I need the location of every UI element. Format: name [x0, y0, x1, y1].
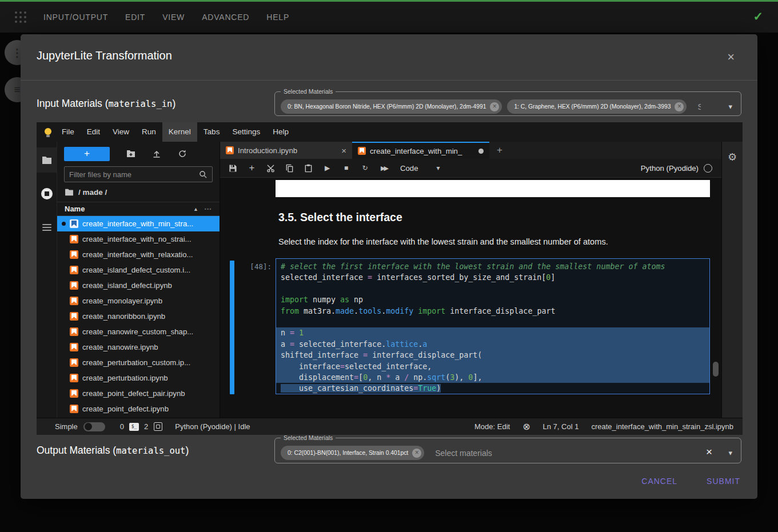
left-sidebar-rail — [37, 142, 57, 418]
file-row[interactable]: create_interface_with_relaxatio... — [57, 247, 220, 262]
restart-kernel-button[interactable]: ↻ — [356, 159, 374, 178]
menu-view[interactable]: VIEW — [161, 10, 186, 24]
jupyter-status-bar: Simple 0 $_ 2 Python (Pyodide) | Idle Mo… — [37, 418, 743, 435]
previous-cell-output — [276, 180, 710, 197]
unsaved-changes-dot — [478, 149, 484, 154]
menu-input-output[interactable]: INPUT/OUTPUT — [42, 10, 109, 24]
upload-icon[interactable] — [152, 149, 161, 158]
cells-scroll-area[interactable]: 3.5. Select the interface Select the ind… — [220, 178, 721, 418]
clear-selection-icon[interactable]: × — [706, 446, 712, 458]
file-row[interactable]: create_perturbation.ipynb — [57, 370, 220, 386]
tab-create-interface[interactable]: create_interface_with_min_ — [352, 142, 489, 159]
file-name: create_point_defect_pair.ipynb — [82, 389, 185, 398]
filter-files-input[interactable] — [69, 170, 199, 179]
file-row[interactable]: create_point_defect_pair.ipynb — [57, 386, 220, 401]
file-name: create_perturbation_custom.ip... — [82, 358, 190, 367]
kernel-status-text[interactable]: Python (Pyodide) | Idle — [175, 422, 250, 431]
notebook-file-icon — [70, 327, 78, 336]
tab-close-icon[interactable]: × — [341, 146, 346, 155]
breadcrumb[interactable]: / made / — [57, 182, 220, 202]
code-editor[interactable]: # select the first interface with the lo… — [276, 258, 710, 394]
cell-type-select[interactable]: Code — [400, 164, 418, 173]
app-grid-icon[interactable] — [15, 11, 26, 23]
column-menu-icon[interactable]: ⋯ — [204, 205, 212, 213]
dropdown-caret-icon[interactable]: ▾ — [728, 102, 732, 111]
chip-remove-icon[interactable]: × — [490, 102, 499, 111]
select-materials-placeholder[interactable]: Select materials — [435, 449, 492, 458]
cell-type-caret-icon[interactable]: ▾ — [437, 164, 440, 172]
paste-cells-button[interactable] — [299, 159, 318, 178]
jmenu-settings[interactable]: Settings — [226, 122, 266, 142]
jmenu-view[interactable]: View — [106, 122, 135, 142]
add-cell-button[interactable]: + — [242, 159, 261, 178]
file-row[interactable]: create_nanowire_custom_shap... — [57, 324, 220, 339]
file-row[interactable]: create_interface_with_min_stra... — [57, 216, 220, 231]
file-row[interactable]: create_monolayer.ipynb — [57, 293, 220, 309]
simple-mode-toggle[interactable] — [83, 422, 105, 431]
file-row[interactable]: create_nanowire.ipynb — [57, 339, 220, 355]
trust-shield-icon[interactable]: ⊗ — [522, 421, 530, 432]
kernel-name[interactable]: Python (Pyodide) — [641, 164, 699, 173]
jmenu-file[interactable]: File — [55, 122, 81, 142]
right-sidebar-rail: ⚙ — [721, 142, 743, 418]
material-chip-0[interactable]: 0: BN, Hexagonal Boron Nitride, HEX (P6/… — [281, 99, 502, 114]
notebook-file-icon — [70, 281, 78, 290]
jmenu-run[interactable]: Run — [135, 122, 162, 142]
new-folder-icon[interactable] — [126, 149, 135, 158]
file-row[interactable]: create_perturbation_custom.ip... — [57, 355, 220, 370]
chip-remove-icon[interactable]: × — [412, 449, 421, 458]
dialog-close-icon[interactable]: × — [727, 51, 735, 63]
save-button[interactable] — [224, 159, 242, 178]
jmenu-tabs[interactable]: Tabs — [197, 122, 226, 142]
kernel-status-icon[interactable] — [704, 164, 712, 173]
breadcrumb-path: / made / — [78, 188, 107, 197]
cursor-position[interactable]: Ln 7, Col 1 — [543, 422, 579, 431]
notebook-scrollbar-thumb[interactable] — [713, 362, 719, 377]
menu-help[interactable]: HELP — [265, 10, 290, 24]
notebook-file-icon — [70, 389, 78, 398]
material-chip-1[interactable]: 1: C, Graphene, HEX (P6/mmm) 2D (Monolay… — [507, 99, 687, 114]
terminal-icon[interactable]: $_ — [129, 423, 139, 431]
breadcrumb-folder-icon — [65, 189, 74, 196]
kernel-chip-icon[interactable] — [154, 422, 162, 431]
file-row[interactable]: create_interface_with_no_strai... — [57, 231, 220, 247]
running-kernels-tab[interactable] — [37, 181, 57, 206]
output-material-chip-0[interactable]: 0: C2(001)-BN(001), Interface, Strain 0.… — [281, 446, 424, 460]
mode-indicator[interactable]: Mode: Edit — [474, 422, 510, 431]
saved-check-icon[interactable]: ✓ — [753, 10, 763, 23]
table-of-contents-tab[interactable] — [37, 215, 57, 240]
stop-circle-icon — [41, 188, 53, 199]
select-materials-placeholder[interactable]: Select materials — [697, 102, 701, 111]
run-cell-button[interactable]: ▶ — [318, 159, 337, 178]
menu-edit[interactable]: EDIT — [124, 10, 146, 24]
jmenu-kernel[interactable]: Kernel — [162, 122, 197, 142]
file-row[interactable]: create_nanoribbon.ipynb — [57, 309, 220, 324]
restart-run-all-button[interactable]: ▶▶ — [374, 159, 393, 178]
file-browser-tab[interactable] — [37, 147, 57, 173]
sort-ascending-icon[interactable]: ▲ — [193, 206, 198, 212]
submit-button[interactable]: SUBMIT — [705, 473, 741, 489]
file-row[interactable]: create_island_defect.ipynb — [57, 278, 220, 293]
stop-kernel-button[interactable]: ■ — [337, 159, 356, 178]
file-row[interactable]: create_point_defect.ipynb — [57, 401, 220, 417]
file-name: create_nanowire.ipynb — [82, 343, 158, 351]
file-row[interactable]: create_island_defect_custom.i... — [57, 262, 220, 278]
property-inspector-gear-icon[interactable]: ⚙ — [728, 152, 737, 418]
code-line: from mat3ra.made.tools.modify import int… — [276, 306, 709, 317]
cut-cells-button[interactable] — [261, 159, 280, 178]
refresh-icon[interactable] — [178, 149, 187, 158]
file-list-header[interactable]: Name ▲ ⋯ — [57, 202, 220, 216]
jmenu-edit[interactable]: Edit — [81, 122, 106, 142]
active-cell-collapser[interactable] — [230, 261, 234, 394]
chip-remove-icon[interactable]: × — [675, 102, 684, 111]
menu-advanced[interactable]: ADVANCED — [201, 10, 250, 24]
code-line: import numpy as np — [276, 294, 709, 305]
copy-cells-button[interactable] — [280, 159, 299, 178]
jmenu-help[interactable]: Help — [266, 122, 295, 142]
new-tab-button[interactable]: + — [489, 142, 510, 159]
dialog-actions: CANCEL SUBMIT — [640, 473, 741, 489]
dropdown-caret-icon[interactable]: ▾ — [728, 449, 732, 457]
cancel-button[interactable]: CANCEL — [640, 473, 679, 489]
new-launcher-button[interactable]: + — [64, 147, 110, 161]
tab-introduction[interactable]: Introduction.ipynb × — [220, 142, 352, 159]
